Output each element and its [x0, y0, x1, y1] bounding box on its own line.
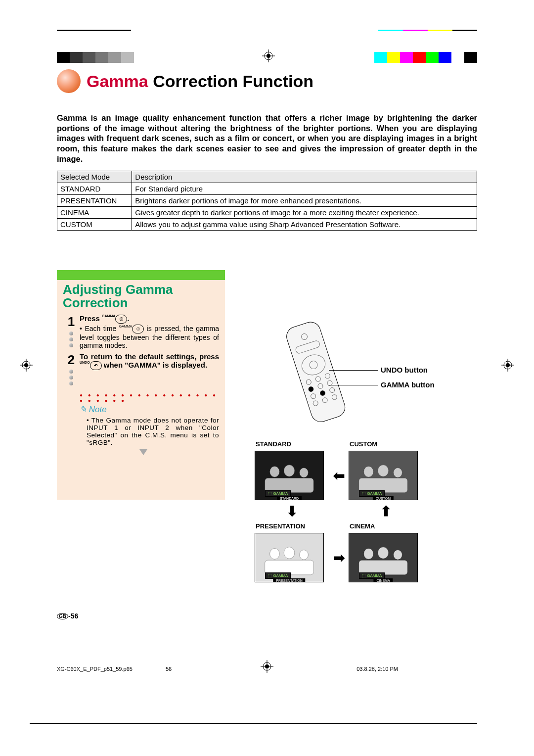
grayscale-swatch	[57, 52, 134, 63]
table-header: Description	[132, 171, 477, 183]
svg-point-7	[24, 363, 28, 367]
gamma-mode-cycle: STANDARD CUSTOM ⬚ GAMMA STANDARD ⬅ ⬚ GAM…	[255, 440, 472, 582]
title-bullet-icon	[57, 69, 81, 93]
svg-point-39	[270, 549, 280, 560]
svg-point-3	[267, 54, 270, 58]
registration-crosshair-icon	[20, 359, 33, 372]
page-title: Gamma Correction Function	[87, 72, 313, 91]
mode-thumb-cinema: ⬚ GAMMA CINEMA	[349, 533, 418, 582]
arrow-left-icon: ⬅	[329, 468, 349, 484]
procedure-panel: Adjusting Gamma Correction 1 Press GAMMA…	[57, 280, 225, 500]
page-title-row: Gamma Correction Function	[57, 69, 477, 93]
step-2-heading: To return to the default settings, press…	[80, 352, 219, 370]
svg-point-33	[300, 468, 309, 478]
svg-point-50	[265, 664, 269, 668]
registration-crosshair-icon	[501, 359, 514, 372]
svg-point-43	[364, 549, 374, 560]
mode-label-custom: CUSTOM	[349, 440, 423, 448]
svg-point-32	[284, 465, 295, 477]
step-2: 2 To return to the default settings, pre…	[63, 352, 219, 387]
svg-point-40	[284, 547, 295, 559]
table-row: CUSTOMAllows you to adjust gamma value u…	[57, 219, 477, 231]
svg-point-31	[270, 467, 280, 477]
svg-point-36	[378, 465, 389, 477]
registration-crosshair-icon	[261, 660, 273, 673]
color-swatch	[374, 52, 477, 63]
table-header: Selected Mode	[57, 171, 132, 183]
section-bar	[57, 270, 225, 280]
step-number: 2	[63, 352, 80, 368]
registration-crosshair-icon	[262, 49, 275, 62]
print-sheet: 56	[166, 666, 172, 672]
note-divider: ● ● ● ● ● ● ● ● ● ● ● ● ● ● ● ● ● ● ● ● …	[63, 392, 219, 403]
bottom-rule	[57, 723, 477, 724]
svg-point-11	[506, 363, 510, 367]
arrow-up-icon: ⬆	[349, 503, 423, 520]
steps-end-arrow-icon	[139, 449, 147, 455]
svg-point-45	[394, 550, 402, 560]
page-number: GB-56	[57, 612, 78, 620]
remote-illustration: UNDO button GAMMA button	[255, 317, 472, 430]
step-1: 1 Press GAMMA⦾. • Each time GAMMA⦾ is pr…	[63, 314, 219, 349]
undo-button-icon: ↶	[90, 361, 102, 370]
mode-label-cinema: CINEMA	[349, 522, 423, 530]
print-timestamp: 03.8.28, 2:10 PM	[356, 666, 398, 672]
table-row: CINEMAGives greater depth to darker port…	[57, 207, 477, 219]
callout-gamma: GAMMA button	[381, 380, 435, 389]
mode-thumb-custom: ⬚ GAMMA CUSTOM	[349, 451, 418, 500]
gamma-button-icon: ⦾	[132, 325, 144, 333]
mode-thumb-standard: ⬚ GAMMA STANDARD	[255, 451, 324, 500]
gamma-button-icon: ⦾	[115, 315, 127, 324]
svg-rect-12	[284, 320, 348, 425]
callout-undo: UNDO button	[381, 366, 428, 374]
mode-label-standard: STANDARD	[255, 440, 329, 448]
modes-table: Selected Mode Description STANDARDFor St…	[57, 171, 477, 231]
intro-paragraph: Gamma is an image quality enhancement fu…	[57, 113, 477, 164]
step-1-heading: Press GAMMA⦾.	[80, 314, 219, 324]
table-row: STANDARDFor Standard picture	[57, 183, 477, 195]
mode-label-presentation: PRESENTATION	[255, 522, 329, 530]
svg-point-44	[378, 547, 389, 559]
table-row: PRESENTATIONBrightens darker portions of…	[57, 195, 477, 207]
svg-point-37	[394, 468, 402, 478]
arrow-down-icon: ⬇	[255, 503, 329, 520]
note-body: • The Gamma mode does not operate for IN…	[63, 417, 219, 446]
step-number: 1	[63, 314, 80, 330]
step-1-body: • Each time GAMMA⦾ is pressed, the gamma…	[80, 325, 219, 349]
section-title: Adjusting Gamma Correction	[63, 280, 219, 314]
svg-point-35	[364, 467, 374, 477]
arrow-right-icon: ➡	[329, 550, 349, 566]
note-heading: ✎ Note	[63, 404, 219, 415]
print-file: XG-C60X_E_PDF_p51_59.p65	[57, 666, 133, 672]
mode-thumb-presentation: ⬚ GAMMA PRESENTATION	[255, 533, 324, 582]
svg-point-41	[300, 550, 309, 560]
